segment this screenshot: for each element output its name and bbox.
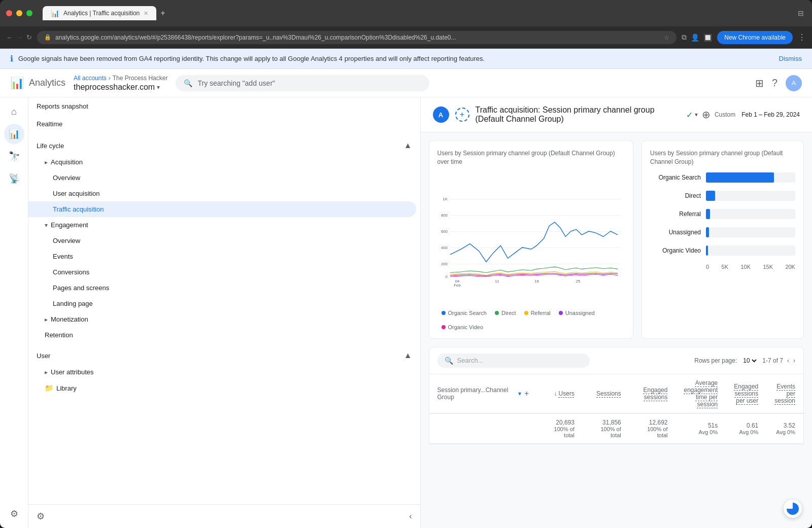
url-text: analytics.google.com/analytics/web/#/p25… [55, 34, 456, 41]
sidebar-item-traffic-acquisition[interactable]: Traffic acquisition [28, 201, 416, 217]
engagement-header[interactable]: ▾ Engagement [28, 217, 420, 233]
main-content: A + Traffic acquisition: Session primary… [421, 97, 813, 528]
settings-icon[interactable]: ⚙ [37, 511, 45, 522]
maximize-button[interactable] [26, 10, 32, 16]
notification-text: Google signals have been removed from GA… [18, 55, 485, 62]
total-users: 20,693 100% of total [537, 413, 583, 444]
th-users[interactable]: ↓Users [537, 374, 583, 413]
add-to-report-icon[interactable]: ⊕ [702, 109, 710, 121]
bar-fill-direct [706, 191, 715, 201]
rows-per-page-select[interactable]: 10 25 50 [741, 357, 758, 365]
all-accounts-link[interactable]: All accounts [74, 75, 107, 82]
user-section-header[interactable]: User ▲ [28, 347, 420, 364]
browser-frame: 📊 Analytics | Traffic acquisition ✕ + ⊟ … [0, 0, 812, 528]
library-folder-icon: 📁 [45, 384, 53, 392]
active-tab[interactable]: 📊 Analytics | Traffic acquisition ✕ [43, 6, 156, 20]
acquisition-section: ▸ Acquisition Overview User acquisition … [28, 154, 420, 217]
dimension-filter-icon[interactable]: ▾ [518, 390, 521, 397]
add-dimension-button[interactable]: + [524, 389, 529, 398]
svg-text:800: 800 [441, 213, 448, 218]
legend-unassigned: Unassigned [559, 310, 595, 316]
svg-text:1K: 1K [443, 197, 448, 201]
global-search-bar[interactable]: 🔍 Try searching "add user" [176, 75, 429, 91]
events-label: Events [53, 253, 73, 260]
collapse-sidebar-button[interactable]: ‹ [409, 512, 412, 521]
sidebar-item-pages-screens[interactable]: Pages and screens [28, 280, 420, 296]
sidebar-item-conversions[interactable]: Conversions [28, 264, 420, 280]
total-avg-sub: Avg 0% [684, 429, 718, 435]
account-name: The Process Hacker [113, 75, 168, 82]
sidebar-item-retention[interactable]: Retention [28, 327, 420, 343]
avatar[interactable]: A [786, 75, 802, 91]
charts-section: Users by Session primary channel group (… [421, 132, 813, 347]
user-section: User ▲ ▸ User attributes 📁 Library [28, 347, 420, 396]
verified-chevron: ▾ [695, 111, 698, 118]
reports-snapshot-item[interactable]: Reports snapshot [28, 97, 420, 115]
realtime-item[interactable]: Realtime [28, 115, 420, 133]
bar-label-organic-video: Organic Video [650, 247, 701, 254]
bookmark-icon[interactable]: ☆ [664, 34, 669, 41]
minimize-button[interactable] [16, 10, 22, 16]
url-bar[interactable]: 🔒 analytics.google.com/analytics/web/#/p… [37, 31, 676, 44]
sidebar-item-monetization[interactable]: ▸ Monetization [28, 311, 420, 327]
minimize-window-icon[interactable]: ⊟ [796, 7, 806, 19]
extension-icon-1[interactable]: 🔲 [703, 33, 712, 42]
th-engaged-sessions[interactable]: Engagedsessions [629, 374, 676, 413]
report-title: Traffic acquisition: Session primary cha… [476, 105, 680, 124]
extensions-button[interactable]: ⧉ [682, 33, 687, 42]
th-sessions[interactable]: Sessions [583, 374, 629, 413]
date-label: Custom [715, 111, 735, 118]
legend-dot-organic-video [442, 325, 446, 329]
acquisition-header[interactable]: ▸ Acquisition [28, 154, 420, 170]
lifecycle-header[interactable]: Life cycle ▲ [28, 137, 420, 154]
nav-home-icon[interactable]: ⌂ [4, 101, 24, 122]
total-engaged-sub: 100% of total [637, 426, 668, 438]
th-events-per-session[interactable]: Eventspersession [766, 374, 803, 413]
th-avg-engagement[interactable]: Averageengagementtime persession [676, 374, 726, 413]
property-chevron-icon: ▾ [157, 84, 160, 91]
engaged-per-user-header: Engagedsessionsper user [734, 383, 758, 404]
new-tab-button[interactable]: + [160, 9, 165, 18]
sidebar-item-overview[interactable]: Overview [28, 170, 420, 186]
nav-reports-icon[interactable]: 📊 [4, 124, 24, 144]
report-user-icon: A [433, 107, 449, 123]
nav-settings-icon[interactable]: ⚙ [4, 504, 24, 524]
table-search-bar[interactable]: 🔍 Search... [437, 354, 590, 368]
sidebar-item-user-attributes[interactable]: ▸ User attributes [28, 364, 420, 380]
reload-button[interactable]: ↻ [26, 33, 32, 41]
sidebar-item-user-acquisition[interactable]: User acquisition [28, 186, 420, 201]
pagination-prev[interactable]: ‹ [787, 357, 789, 364]
close-button[interactable] [6, 10, 12, 16]
nav-advertising-icon[interactable]: 📡 [4, 168, 24, 189]
back-button[interactable]: ← [6, 33, 13, 42]
sidebar-item-library[interactable]: 📁 Library [28, 380, 420, 396]
browser-menu-button[interactable]: ⋮ [798, 32, 806, 42]
forward-button[interactable]: → [16, 33, 23, 42]
total-epu-sub: Avg 0% [734, 429, 758, 435]
library-label: Library [56, 384, 77, 392]
bar-chart-title: Users by Session primary channel group (… [650, 149, 795, 166]
property-selector[interactable]: theprocesshacker.com ▾ [74, 83, 167, 92]
help-icon[interactable]: ? [772, 77, 777, 89]
add-comparison-button[interactable]: + [455, 108, 469, 122]
chrome-update-button[interactable]: New Chrome available [717, 31, 793, 44]
th-dimension[interactable]: Session primary...Channel Group ▾ + [429, 374, 537, 413]
traffic-acquisition-label: Traffic acquisition [53, 205, 104, 213]
sidebar-item-landing-page[interactable]: Landing page [28, 296, 420, 311]
whole-app: ℹ Google signals have been removed from … [0, 49, 812, 528]
bar-label-organic-search: Organic Search [650, 174, 701, 181]
nav-explore-icon[interactable]: 🔭 [4, 146, 24, 166]
sidebar-item-events[interactable]: Events [28, 249, 420, 264]
sidebar-item-engagement-overview[interactable]: Overview [28, 233, 420, 249]
tab-close-icon[interactable]: ✕ [144, 10, 148, 17]
pagination-next[interactable]: › [793, 357, 795, 364]
sessions-header: Sessions [596, 390, 621, 397]
apps-grid-icon[interactable]: ⊞ [755, 77, 764, 89]
svg-text:0: 0 [445, 274, 448, 279]
th-engaged-per-user[interactable]: Engagedsessionsper user [726, 374, 766, 413]
total-engaged-sessions: 12,692 100% of total [629, 413, 676, 444]
verified-badge[interactable]: ✓ ▾ [686, 110, 698, 120]
profile-icon[interactable]: 👤 [691, 33, 699, 42]
dismiss-button[interactable]: Dismiss [779, 55, 802, 62]
total-epu-value: 0.61 [734, 422, 758, 429]
